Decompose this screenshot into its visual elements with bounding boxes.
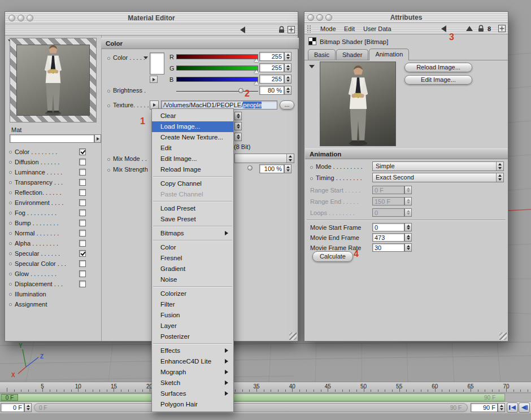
- brightness-stepper[interactable]: [284, 86, 291, 95]
- movie-rate-stepper[interactable]: [404, 243, 412, 252]
- mix-strength-knob[interactable]: [247, 165, 253, 170]
- attributes-titlebar[interactable]: Attributes: [304, 12, 508, 23]
- menu-item[interactable]: Edit Image...: [152, 154, 233, 164]
- b-stepper[interactable]: [284, 75, 291, 84]
- menu-item[interactable]: Colorizer: [152, 288, 233, 299]
- channel-checkbox[interactable]: [79, 148, 86, 155]
- back-arrow-icon[interactable]: [240, 27, 245, 33]
- blur-stepper[interactable]: [234, 122, 242, 130]
- channel-checkbox[interactable]: [79, 189, 86, 196]
- menu-item[interactable]: Surfaces: [152, 388, 233, 399]
- material-name-menu-button[interactable]: [94, 134, 101, 143]
- menu-item[interactable]: Fresnel: [152, 253, 233, 264]
- menu-item[interactable]: Effects: [152, 345, 233, 356]
- channel-row[interactable]: Glow . . . . . . . .: [8, 269, 99, 279]
- channel-row[interactable]: Specular . . . . . .: [8, 248, 99, 259]
- channel-row[interactable]: Color . . . . . . . .: [8, 147, 99, 157]
- menu-item[interactable]: Reload Image: [152, 164, 233, 175]
- go-to-start-button[interactable]: [507, 403, 518, 413]
- g-stepper[interactable]: [284, 63, 291, 72]
- resize-grip-icon[interactable]: [499, 333, 507, 340]
- frame-range-slider[interactable]: 0 F 90 F: [34, 403, 468, 412]
- brightness-knob[interactable]: [238, 88, 243, 93]
- add-panel-icon[interactable]: [288, 26, 295, 33]
- menu-item[interactable]: Gradient: [152, 264, 233, 274]
- timeline-green-range[interactable]: 0 F 90 F: [0, 393, 505, 401]
- menu-item[interactable]: EnhanceC4D Lite: [152, 356, 233, 367]
- menu-edit[interactable]: Edit: [344, 25, 355, 32]
- menu-item[interactable]: Copy Channel: [152, 178, 233, 189]
- tab-basic[interactable]: Basic: [308, 49, 336, 60]
- calculate-button[interactable]: Calculate: [312, 251, 353, 262]
- channel-row[interactable]: Displacement . . .: [8, 279, 99, 289]
- channel-checkbox[interactable]: [79, 270, 86, 277]
- timeline-ruler[interactable]: 510152025303540455055606570: [0, 382, 531, 393]
- color-swatch[interactable]: [150, 53, 164, 75]
- r-slider[interactable]: [176, 54, 258, 59]
- material-name-field[interactable]: [10, 134, 94, 143]
- tab-shader[interactable]: Shader: [336, 49, 368, 60]
- menu-item[interactable]: Polygon Hair: [152, 399, 233, 410]
- movie-rate-field[interactable]: 30: [372, 243, 404, 252]
- channel-checkbox[interactable]: [79, 250, 86, 257]
- menu-user-data[interactable]: User Data: [363, 25, 391, 32]
- sampling-stepper[interactable]: [234, 112, 242, 120]
- resize-grip-icon[interactable]: [289, 333, 297, 340]
- end-frame-field[interactable]: 90 F: [471, 403, 498, 412]
- timeline-playhead[interactable]: 0 F: [1, 394, 18, 401]
- previous-frame-button[interactable]: [519, 403, 530, 413]
- shader-preview-image[interactable]: [320, 62, 396, 146]
- menu-item[interactable]: Clear: [152, 111, 233, 121]
- b-value-field[interactable]: 255: [259, 75, 284, 84]
- r-slider-handle[interactable]: [254, 59, 259, 62]
- menu-mode[interactable]: Mode: [320, 25, 336, 32]
- channel-row[interactable]: Diffusion . . . . . .: [8, 157, 99, 167]
- color-expand-button[interactable]: [150, 76, 158, 83]
- up-arrow-icon[interactable]: [466, 26, 473, 31]
- movie-start-stepper[interactable]: [404, 223, 412, 231]
- mode-dropdown[interactable]: Simple: [372, 161, 504, 171]
- channel-row[interactable]: Reflection. . . . . .: [8, 187, 99, 198]
- movie-end-stepper[interactable]: [404, 233, 412, 242]
- menu-item[interactable]: Fusion: [152, 310, 233, 321]
- channel-row[interactable]: Normal . . . . . . .: [8, 228, 99, 238]
- mix-mode-dropdown[interactable]: [234, 154, 294, 163]
- channel-row[interactable]: Illumination: [8, 289, 99, 299]
- edit-image-button[interactable]: Edit Image...: [404, 75, 472, 85]
- channel-checkbox[interactable]: [79, 281, 86, 287]
- menu-item[interactable]: Layer: [152, 321, 233, 331]
- channel-row[interactable]: Luminance . . . . .: [8, 167, 99, 177]
- channel-row[interactable]: Assignment: [8, 299, 99, 309]
- menu-item[interactable]: Edit: [152, 143, 233, 154]
- channel-checkbox[interactable]: [79, 199, 86, 206]
- history-count-icon[interactable]: 8: [488, 25, 491, 32]
- grip-dots-icon[interactable]: [307, 25, 312, 33]
- movie-end-field[interactable]: 473: [372, 233, 404, 242]
- preview-disclosure-icon[interactable]: [309, 65, 315, 68]
- r-stepper[interactable]: [284, 52, 291, 61]
- g-value-field[interactable]: 255: [259, 63, 284, 72]
- channel-row[interactable]: Transparency . . .: [8, 177, 99, 187]
- channel-checkbox[interactable]: [79, 169, 86, 176]
- menu-item[interactable]: Load Preset: [152, 203, 233, 214]
- b-slider[interactable]: [176, 77, 258, 82]
- menu-item[interactable]: Paste Channel: [152, 189, 233, 200]
- channel-row[interactable]: Specular Color . . .: [8, 259, 99, 269]
- r-value-field[interactable]: 255: [259, 52, 284, 61]
- current-frame-field[interactable]: 0 F: [1, 403, 24, 412]
- movie-start-field[interactable]: 0: [372, 223, 404, 231]
- channel-row[interactable]: Alpha . . . . . . . .: [8, 238, 99, 248]
- channel-checkbox[interactable]: [79, 159, 86, 165]
- offset-stepper[interactable]: [234, 133, 242, 141]
- menu-item[interactable]: Noise: [152, 274, 233, 285]
- channel-checkbox[interactable]: [79, 230, 86, 237]
- menu-item[interactable]: Color: [152, 242, 233, 253]
- g-slider[interactable]: [176, 65, 258, 71]
- g-slider-handle[interactable]: [254, 70, 259, 73]
- menu-item[interactable]: Posterizer: [152, 331, 233, 342]
- material-editor-titlebar[interactable]: Material Editor: [5, 12, 298, 24]
- b-slider-handle[interactable]: [254, 81, 259, 85]
- channel-checkbox[interactable]: [79, 209, 86, 216]
- channel-checkbox[interactable]: [79, 220, 86, 226]
- current-frame-stepper[interactable]: [24, 403, 32, 412]
